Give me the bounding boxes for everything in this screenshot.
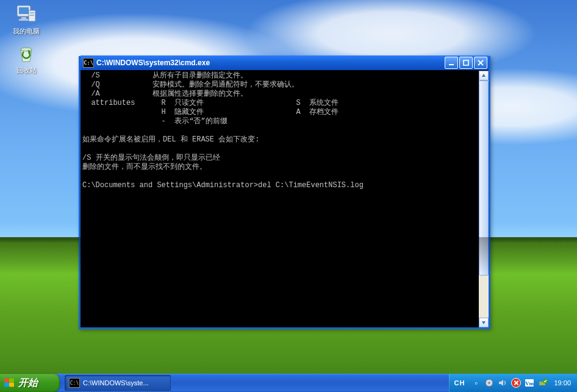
- desktop-icon-recycle-bin[interactable]: 回收站: [4, 43, 49, 74]
- scroll-up-button[interactable]: [479, 71, 489, 80]
- cmd-icon: C:\: [69, 378, 80, 388]
- my-computer-icon: [15, 4, 37, 26]
- titlebar[interactable]: C:\ C:\WINDOWS\system32\cmd.exe: [81, 55, 489, 70]
- console-command: del C:\TimeEventNSIS.log: [258, 181, 364, 190]
- svg-point-11: [489, 382, 490, 384]
- task-button-cmd[interactable]: C:\ C:\WINDOWS\syste...: [65, 375, 171, 391]
- desktop-icon-label: 回收站: [4, 66, 49, 74]
- svg-rect-1: [19, 7, 29, 14]
- taskbar[interactable]: 开始 C:\ C:\WINDOWS\syste... CH ◦ Vm: [0, 374, 577, 392]
- console-prompt: C:\Documents and Settings\Administrator>: [82, 181, 258, 190]
- vertical-scrollbar[interactable]: [479, 71, 489, 327]
- cmd-window[interactable]: C:\ C:\WINDOWS\system32\cmd.exe /S 从所有子目…: [79, 56, 490, 329]
- task-button-label: C:\WINDOWS\syste...: [83, 379, 149, 387]
- svg-rect-2: [21, 17, 26, 19]
- svg-text:Vm: Vm: [525, 380, 534, 387]
- scroll-track[interactable]: [479, 80, 489, 318]
- start-label: 开始: [18, 377, 38, 390]
- tray-disk-icon[interactable]: [484, 378, 494, 388]
- tray-vm-icon[interactable]: Vm: [525, 378, 534, 388]
- svg-rect-9: [464, 60, 468, 65]
- tray-sound-icon[interactable]: [498, 378, 507, 388]
- svg-rect-6: [30, 15, 34, 16]
- desktop-icon-label: 我的电脑: [4, 27, 49, 35]
- close-button[interactable]: [474, 57, 487, 69]
- scroll-thumb[interactable]: [479, 80, 489, 276]
- maximize-button[interactable]: [459, 57, 473, 69]
- task-buttons-area: C:\ C:\WINDOWS\syste...: [60, 374, 449, 392]
- system-tray[interactable]: CH ◦ Vm 19:00: [449, 374, 577, 392]
- cmd-icon: C:\: [83, 58, 94, 68]
- minimize-button[interactable]: [445, 57, 458, 69]
- language-indicator[interactable]: CH: [454, 379, 465, 387]
- scroll-down-button[interactable]: [479, 318, 489, 327]
- recycle-bin-icon: [15, 43, 37, 65]
- svg-rect-5: [30, 12, 34, 13]
- svg-rect-3: [19, 19, 29, 21]
- windows-flag-icon: [4, 377, 15, 388]
- tray-shield-icon[interactable]: [511, 378, 521, 388]
- window-title: C:\WINDOWS\system32\cmd.exe: [96, 59, 443, 67]
- tray-safe-remove-icon[interactable]: [538, 378, 548, 388]
- desktop[interactable]: 我的电脑 回收站 C:\ C:\WINDOWS\system32\cmd.exe: [0, 0, 577, 392]
- desktop-icon-my-computer[interactable]: 我的电脑: [4, 4, 49, 35]
- tray-clock[interactable]: 19:00: [554, 379, 571, 387]
- svg-point-7: [21, 48, 32, 51]
- tray-separator-icon[interactable]: ◦: [471, 378, 481, 388]
- console-output[interactable]: /S 从所有子目录删除指定文件。 /Q 安静模式。删除全局通配符时，不要求确认。…: [81, 71, 479, 327]
- start-button[interactable]: 开始: [0, 374, 60, 392]
- svg-rect-8: [449, 64, 454, 65]
